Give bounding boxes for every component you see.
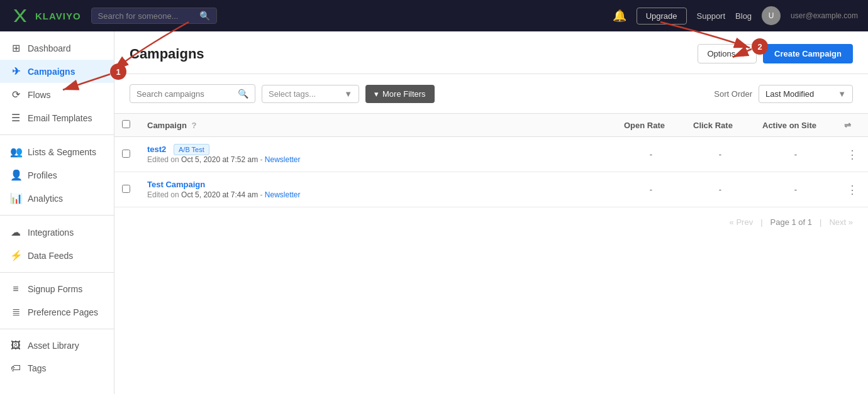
table-header-row: Campaign ? Open Rate Click Rate Active o… [114,114,868,137]
sidebar-label-profiles: Profiles [28,170,57,180]
sidebar-label-dashboard: Dashboard [28,43,71,53]
sidebar-label-tags: Tags [28,363,47,373]
sidebar-item-email-templates[interactable]: ☰ Email Templates [0,106,114,129]
columns-icon: ⇌ [844,121,851,130]
row-actions-cell-0: ⋮ [837,137,868,172]
pagination-info: Page 1 of 1 [771,217,813,227]
sidebar-item-campaigns[interactable]: ✈ Campaigns [0,60,114,83]
sort-area: Sort Order Last Modified ▼ [714,85,853,103]
th-active-on-site: Active on Site [755,114,837,137]
sidebar-item-profiles[interactable]: 👤 Profiles [0,163,114,187]
sort-order-dropdown[interactable]: Last Modified ▼ [759,85,853,103]
sidebar-item-flows[interactable]: ⟳ Flows [0,83,114,106]
sidebar-item-integrations[interactable]: ☁ Integrations [0,221,114,244]
select-tags-dropdown[interactable]: Select tags... ▼ [262,85,359,103]
help-icon: ? [191,121,196,130]
dashboard-icon: ⊞ [10,42,21,54]
sort-selected-value: Last Modified [765,89,834,99]
th-actions: ⇌ [837,114,868,137]
row-click-rate-1: - [686,172,755,207]
prev-page-link[interactable]: « Prev [730,217,754,227]
campaign-name-link-0[interactable]: test2 [147,145,166,154]
sidebar-item-dashboard[interactable]: ⊞ Dashboard [0,36,114,60]
sidebar: ⊞ Dashboard ✈ Campaigns ⟳ Flows ☰ Email … [0,31,114,394]
user-avatar[interactable]: U [762,6,781,25]
row-active-on-site-1: - [755,172,837,207]
signup-forms-icon: ≡ [10,283,21,295]
pagination-row: « Prev | Page 1 of 1 | Next » [114,207,868,237]
sidebar-label-campaigns: Campaigns [28,67,75,77]
sidebar-item-tags[interactable]: 🏷 Tags [0,357,114,380]
nav-right: 🔔 Upgrade Support Blog U user@example.co… [613,6,858,25]
search-campaigns-input[interactable] [136,89,233,99]
sidebar-divider-1 [0,134,114,135]
sidebar-label-integrations: Integrations [28,227,74,238]
sidebar-item-lists-segments[interactable]: 👥 Lists & Segments [0,140,114,163]
email-templates-icon: ☰ [10,112,21,124]
main-content: Campaigns Options ▼ Create Campaign 🔍 Se… [114,31,868,394]
row-checkbox-cell-1 [114,172,140,207]
row-checkbox-cell-0 [114,137,140,172]
notifications-bell-icon[interactable]: 🔔 [613,9,626,23]
search-campaigns-container[interactable]: 🔍 [130,84,255,103]
sidebar-item-asset-library[interactable]: 🖼 Asset Library [0,334,114,357]
global-search-bar[interactable]: 🔍 [91,8,217,24]
table-row: test2 A/B Test Edited on Oct 5, 2020 at … [114,137,868,172]
tags-icon: 🏷 [10,363,21,374]
sidebar-item-signup-forms[interactable]: ≡ Signup Forms [0,278,114,300]
global-search-input[interactable] [98,11,194,21]
sidebar-label-lists: Lists & Segments [28,147,96,157]
campaign-badge-0: A/B Test [174,144,209,155]
options-button[interactable]: Options ▼ [698,44,757,63]
sidebar-item-analytics[interactable]: 📊 Analytics [0,187,114,210]
campaigns-table: Campaign ? Open Rate Click Rate Active o… [114,113,868,207]
sidebar-label-flows: Flows [28,90,51,100]
logo-text: KLAVIYO [35,11,81,21]
th-select-all [114,114,140,137]
user-initials: U [769,11,774,20]
sidebar-item-data-feeds[interactable]: ⚡ Data Feeds [0,244,114,267]
sidebar-item-preference-pages[interactable]: ≣ Preference Pages [0,300,114,324]
header-actions: Options ▼ Create Campaign [698,44,853,63]
sort-order-label: Sort Order [714,89,752,99]
sidebar-label-analytics: Analytics [28,194,63,204]
sidebar-divider-2 [0,215,114,216]
row-checkbox-0[interactable] [122,150,130,158]
next-page-link[interactable]: Next » [829,217,853,227]
more-filters-button[interactable]: ▾ More Filters [365,85,435,103]
data-feeds-icon: ⚡ [10,249,21,261]
create-campaign-button[interactable]: Create Campaign [763,44,853,63]
campaign-name-link-1[interactable]: Test Campaign [147,180,205,189]
pagination-separator-2: | [820,217,821,227]
blog-link[interactable]: Blog [735,11,752,21]
options-chevron-icon: ▼ [739,49,747,58]
table-row: Test Campaign Edited on Oct 5, 2020 at 7… [114,172,868,207]
search-campaigns-icon: 🔍 [238,89,248,99]
th-campaign: Campaign ? [140,114,616,137]
asset-library-icon: 🖼 [10,340,21,351]
row-campaign-cell-0: test2 A/B Test Edited on Oct 5, 2020 at … [140,137,616,172]
klaviyo-logo-icon [10,6,30,26]
row-actions-cell-1: ⋮ [837,172,868,207]
th-click-rate: Click Rate [686,114,755,137]
sort-chevron-icon: ▼ [838,89,846,99]
row-checkbox-1[interactable] [122,185,130,193]
th-open-rate: Open Rate [616,114,686,137]
row-more-actions-1[interactable]: ⋮ [844,181,860,199]
upgrade-button[interactable]: Upgrade [637,8,687,25]
chevron-down-icon: ▼ [344,89,352,99]
campaign-sub-1: Edited on Oct 5, 2020 at 7:44 am - Newsl… [147,190,609,199]
pagination-separator-1: | [760,217,762,227]
row-more-actions-0[interactable]: ⋮ [844,146,860,163]
filter-icon: ▾ [374,89,379,99]
integrations-icon: ☁ [10,226,21,238]
select-all-checkbox[interactable] [122,120,130,128]
sidebar-label-signup-forms: Signup Forms [28,284,82,294]
row-open-rate-0: - [616,137,686,172]
page-header: Campaigns Options ▼ Create Campaign [114,31,868,74]
sidebar-label-preference-pages: Preference Pages [28,307,98,317]
user-name: user@example.com [791,11,858,20]
sidebar-label-email-templates: Email Templates [28,113,92,123]
support-link[interactable]: Support [697,11,726,21]
sidebar-divider-4 [0,329,114,329]
